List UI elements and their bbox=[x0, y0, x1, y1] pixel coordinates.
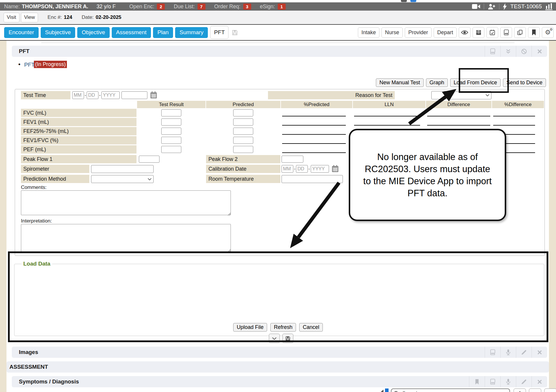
col-test-result: Test Result bbox=[137, 101, 205, 108]
tab-pft-active[interactable]: PFT bbox=[210, 26, 228, 39]
bookmark-icon[interactable] bbox=[469, 376, 485, 387]
book-icon[interactable] bbox=[485, 46, 500, 57]
dash: - bbox=[85, 93, 86, 98]
fef-percent-predicted-line bbox=[282, 134, 346, 135]
calendar-icon[interactable] bbox=[150, 91, 157, 99]
annotation-callout: No longer available as of RC202503. User… bbox=[349, 129, 506, 221]
test-time-time-input[interactable] bbox=[121, 91, 147, 99]
chart-icon[interactable] bbox=[545, 3, 552, 10]
stage-intake[interactable]: Intake bbox=[358, 27, 379, 38]
add-user-icon[interactable] bbox=[488, 4, 496, 10]
microphone-icon[interactable] bbox=[500, 347, 516, 358]
esign-badge[interactable]: 1 bbox=[278, 4, 286, 10]
microphone-icon[interactable] bbox=[500, 376, 516, 387]
symptoms-title: Symptoms / Diagnosis bbox=[19, 378, 79, 385]
book-icon[interactable] bbox=[500, 27, 512, 38]
divider-line bbox=[0, 40, 556, 41]
tab-visit[interactable]: Visit bbox=[4, 13, 19, 22]
comments-label: Comments: bbox=[21, 185, 47, 190]
stage-nurse[interactable]: Nurse bbox=[381, 27, 403, 38]
enc-label: Enc #: bbox=[47, 14, 62, 20]
row-label-pef: PEF (mL) bbox=[21, 145, 136, 154]
patient-name: THOMPSON, JENNIFER A. bbox=[22, 4, 88, 10]
video-camera-icon[interactable] bbox=[472, 4, 480, 9]
close-icon[interactable] bbox=[532, 376, 547, 387]
due-list-badge[interactable]: 7 bbox=[198, 4, 205, 10]
calibration-yyyy-input[interactable] bbox=[311, 165, 329, 173]
archive-icon[interactable] bbox=[473, 27, 484, 38]
tab-summary[interactable]: Summary bbox=[175, 27, 208, 38]
book-icon[interactable] bbox=[485, 376, 500, 387]
eye-icon[interactable] bbox=[459, 27, 471, 38]
calendar-icon[interactable] bbox=[332, 165, 339, 172]
page-edge-left bbox=[0, 41, 6, 392]
reason-for-test-label: Reason for Test bbox=[268, 91, 395, 99]
fev1-test-result-input[interactable] bbox=[161, 118, 181, 126]
disable-icon[interactable] bbox=[516, 46, 532, 57]
graph-button[interactable]: Graph bbox=[426, 78, 448, 87]
add-button[interactable] bbox=[514, 388, 526, 392]
book-icon[interactable] bbox=[485, 347, 500, 358]
test-time-yyyy-input[interactable] bbox=[101, 91, 120, 99]
order-req-badge[interactable]: 3 bbox=[243, 4, 251, 10]
calibration-dd-input[interactable] bbox=[296, 165, 308, 173]
close-icon[interactable] bbox=[532, 46, 547, 57]
fev1fvc-predicted-input[interactable] bbox=[233, 137, 253, 144]
calibration-mm-input[interactable] bbox=[282, 165, 293, 173]
gears-icon[interactable]: ⚙ ⚙ bbox=[542, 27, 554, 38]
divider bbox=[499, 4, 499, 9]
close-icon[interactable] bbox=[532, 347, 547, 358]
pef-predicted-input[interactable] bbox=[233, 146, 253, 153]
copy-icon[interactable] bbox=[514, 27, 526, 38]
spirometer-input[interactable] bbox=[91, 165, 154, 173]
col-percent-predicted: %Predicted bbox=[281, 101, 352, 108]
open-enc-badge[interactable]: 2 bbox=[157, 4, 165, 10]
comments-textarea[interactable] bbox=[21, 190, 231, 215]
row-label-fev1-fvc: FEV1/FVC (%) bbox=[21, 136, 136, 144]
search-input[interactable] bbox=[402, 390, 507, 392]
interpretation-textarea[interactable] bbox=[21, 224, 231, 252]
pencil-icon[interactable] bbox=[516, 376, 532, 387]
search-box bbox=[391, 388, 510, 392]
fef-test-result-input[interactable] bbox=[161, 128, 181, 135]
tab-view[interactable]: View bbox=[21, 13, 38, 22]
scroll-left-icon[interactable] bbox=[381, 390, 384, 392]
fvc-lln-line bbox=[354, 116, 420, 116]
room-temperature-input[interactable] bbox=[282, 175, 343, 183]
fvc-test-result-input[interactable] bbox=[161, 109, 181, 116]
new-manual-test-button[interactable]: New Manual Test bbox=[376, 78, 424, 87]
prediction-method-select[interactable] bbox=[91, 175, 154, 183]
calendar-check-icon[interactable] bbox=[486, 27, 498, 38]
stage-provider[interactable]: Provider bbox=[405, 27, 432, 38]
test-time-label: Test Time bbox=[21, 91, 70, 99]
pencil-icon[interactable] bbox=[516, 347, 532, 358]
interpretation-label: Interpretation: bbox=[21, 218, 52, 224]
tab-subjective[interactable]: Subjective bbox=[41, 27, 75, 38]
page-edge-right bbox=[549, 41, 556, 392]
chevron-down-button[interactable] bbox=[529, 388, 541, 392]
fef-predicted-input[interactable] bbox=[233, 128, 253, 135]
stage-depart[interactable]: Depart bbox=[434, 27, 457, 38]
fev1fvc-test-result-input[interactable] bbox=[161, 137, 181, 144]
date-label: Date: bbox=[82, 14, 94, 20]
test-time-mm-input[interactable] bbox=[72, 91, 84, 99]
tab-plan[interactable]: Plan bbox=[153, 27, 173, 38]
collapse-double-chevron-icon[interactable] bbox=[500, 46, 516, 57]
pft-item-link[interactable]: PFT bbox=[24, 62, 35, 68]
tab-assessment[interactable]: Assessment bbox=[112, 27, 151, 38]
fev1-predicted-input[interactable] bbox=[233, 118, 253, 126]
send-to-device-button[interactable]: Send to Device bbox=[503, 78, 546, 87]
pef-test-result-input[interactable] bbox=[161, 146, 181, 153]
fev1fvc-percent-predicted-line bbox=[282, 143, 346, 144]
test-time-dd-input[interactable] bbox=[87, 91, 98, 99]
fvc-predicted-input[interactable] bbox=[233, 109, 253, 116]
chevron-up-button[interactable] bbox=[544, 388, 556, 392]
col-percent-difference: %Difference bbox=[492, 101, 544, 108]
tab-encounter[interactable]: Encounter bbox=[4, 27, 39, 38]
peak-flow-1-input[interactable] bbox=[139, 156, 159, 163]
peak-flow-2-input[interactable] bbox=[282, 156, 303, 163]
save-icon[interactable] bbox=[231, 29, 238, 36]
bookmark-icon[interactable] bbox=[528, 27, 540, 38]
lightning-icon[interactable] bbox=[503, 3, 507, 10]
tab-objective[interactable]: Objective bbox=[77, 27, 109, 38]
